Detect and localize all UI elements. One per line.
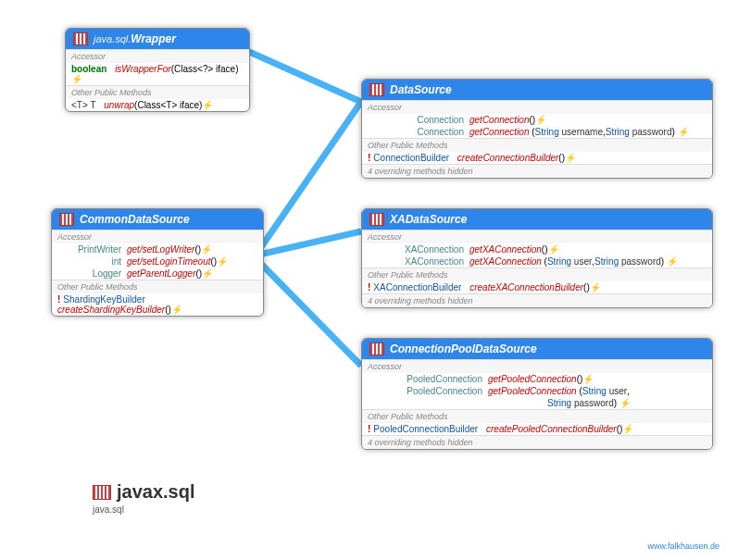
throws-marker: ⚡ [71, 74, 82, 84]
section-accessor: Accessor [362, 359, 712, 373]
class-name: XADataSource [390, 213, 467, 226]
interface-icon [369, 83, 384, 96]
throws-marker: ⚡ [619, 398, 631, 408]
return-type: PrintWriter [57, 244, 127, 255]
interface-icon [369, 342, 384, 355]
method-name: get/setLogWriter [127, 244, 194, 255]
method-name: createShardingKeyBuilder [57, 305, 165, 315]
return-type: XAConnectionBuilder [373, 282, 467, 292]
method-row[interactable]: Connection getConnection (String usernam… [362, 126, 712, 138]
class-header[interactable]: XADataSource [362, 209, 712, 230]
method-name: getPooledConnection [488, 386, 577, 396]
return-type: PooledConnectionBuilder [373, 424, 483, 434]
method-name: getXAConnection [469, 244, 542, 255]
method-name: get/setLoginTimeout [127, 256, 211, 267]
throws-marker: ⚡ [171, 305, 182, 315]
throws-marker: ⚡ [202, 100, 213, 110]
method-row[interactable]: PrintWriter get/setLogWriter () ⚡ [52, 243, 263, 255]
throws-marker: ⚡ [202, 268, 213, 279]
params: () [530, 115, 536, 125]
package-title: javax.sql [93, 481, 195, 503]
throws-marker: ⚡ [217, 256, 228, 267]
params: () [583, 282, 590, 292]
params: () [577, 374, 583, 384]
interface-icon [73, 32, 88, 45]
method-row[interactable]: ! ShardingKeyBuilder createShardingKeyBu… [52, 293, 263, 316]
method-row[interactable]: PooledConnection getPooledConnection (St… [362, 385, 712, 397]
class-header[interactable]: DataSource [362, 80, 712, 100]
class-box-commondatasource: CommonDataSource Accessor PrintWriter ge… [51, 208, 264, 317]
method-name: getParentLogger [127, 268, 196, 279]
method-row[interactable]: ! XAConnectionBuilder createXAConnection… [362, 281, 712, 293]
throws-marker: ⚡ [565, 153, 576, 163]
package-prefix: java.sql. [94, 33, 131, 44]
hidden-note: 4 overriding methods hidden [362, 435, 712, 449]
method-continuation: String password) ⚡ [362, 397, 712, 409]
method-row[interactable]: Logger getParentLogger () ⚡ [52, 268, 263, 280]
params: () [165, 305, 171, 315]
params: () [211, 256, 218, 267]
class-header[interactable]: java.sql.Wrapper [66, 29, 249, 49]
class-name: Wrapper [131, 32, 175, 45]
section-accessor: Accessor [66, 49, 249, 63]
method-name: createConnectionBuilder [457, 153, 559, 163]
method-name: getXAConnection [469, 256, 542, 267]
package-icon [93, 485, 111, 500]
hidden-note: 4 overriding methods hidden [362, 164, 712, 178]
class-name: DataSource [390, 83, 452, 96]
class-header[interactable]: CommonDataSource [52, 209, 263, 230]
class-box-connectionpooldatasource: ConnectionPoolDataSource Accessor Pooled… [361, 338, 713, 450]
params: () [194, 244, 201, 255]
return-type: XAConnection [368, 244, 469, 255]
return-type: XAConnection [368, 256, 469, 267]
section-other: Other Public Methods [66, 85, 249, 99]
method-row[interactable]: ! PooledConnectionBuilder createPooledCo… [362, 423, 712, 435]
method-row[interactable]: XAConnection getXAConnection () ⚡ [362, 243, 712, 255]
params: (Class<T> iface) [134, 100, 202, 110]
method-row[interactable]: PooledConnection getPooledConnection () … [362, 373, 712, 385]
throws-marker: ⚡ [201, 244, 212, 255]
method-name: getConnection [469, 115, 530, 125]
return-type: Logger [57, 268, 127, 279]
interface-icon [59, 213, 74, 226]
throws-marker: ⚡ [548, 244, 559, 255]
throws-marker: ⚡ [590, 282, 601, 292]
method-row[interactable]: Connection getConnection () ⚡ [362, 114, 712, 126]
package-subtext: java.sql [93, 504, 124, 515]
class-box-xadatasource: XADataSource Accessor XAConnection getXA… [361, 208, 713, 308]
section-other: Other Public Methods [362, 409, 712, 423]
return-type: boolean [71, 64, 112, 74]
method-name: createXAConnectionBuilder [469, 282, 583, 292]
return-type: ConnectionBuilder [373, 153, 455, 163]
method-row[interactable]: <T> T unwrap (Class<T> iface) ⚡ [66, 99, 249, 111]
method-name: unwrap [104, 100, 134, 110]
method-row[interactable]: XAConnection getXAConnection (String use… [362, 255, 712, 268]
class-header[interactable]: ConnectionPoolDataSource [362, 339, 712, 359]
method-name: getPooledConnection [488, 374, 577, 384]
return-type: <T> T [71, 100, 102, 110]
class-name: ConnectionPoolDataSource [390, 342, 537, 355]
source-link[interactable]: www.falkhausen.de [647, 541, 719, 551]
section-accessor: Accessor [362, 100, 712, 114]
hidden-note: 4 overriding methods hidden [362, 293, 712, 307]
params: (Class<?> iface) [171, 64, 239, 74]
throws-marker: ⚡ [535, 115, 546, 125]
return-type: int [57, 256, 127, 267]
section-accessor: Accessor [52, 230, 263, 243]
throws-marker: ⚡ [678, 127, 689, 137]
method-row[interactable]: ! ConnectionBuilder createConnectionBuil… [362, 152, 712, 164]
return-type: PooledConnection [368, 374, 488, 384]
class-box-datasource: DataSource Accessor Connection getConnec… [361, 79, 713, 179]
throws-marker: ⚡ [667, 256, 678, 267]
section-other: Other Public Methods [362, 138, 712, 152]
interface-icon [369, 213, 384, 226]
throws-marker: ⚡ [622, 424, 633, 434]
method-row[interactable]: boolean isWrapperFor (Class<?> iface) ⚡ [66, 63, 249, 85]
section-accessor: Accessor [362, 230, 712, 243]
params: () [542, 244, 548, 255]
method-row[interactable]: int get/setLoginTimeout () ⚡ [52, 255, 263, 268]
params: () [196, 268, 203, 279]
params: () [617, 424, 623, 434]
class-name: CommonDataSource [80, 213, 190, 226]
return-type: PooledConnection [368, 386, 488, 396]
